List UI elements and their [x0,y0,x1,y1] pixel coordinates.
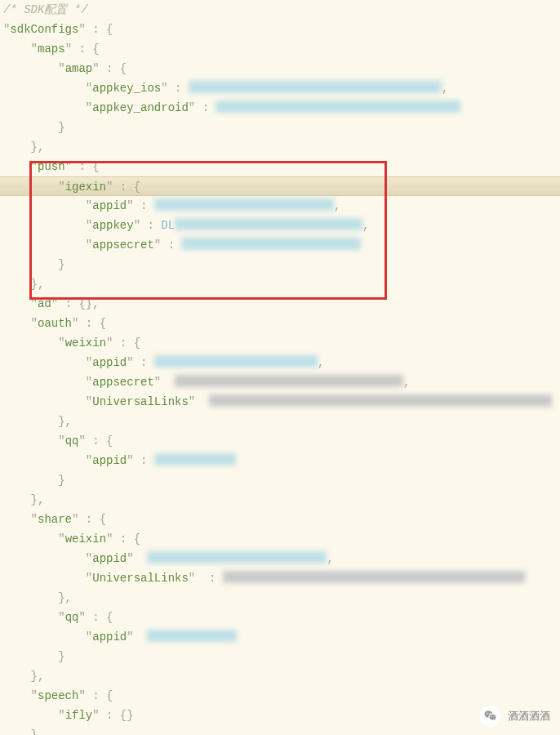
code-line: } [3,725,557,735]
code-line: "qq" : { [3,608,557,627]
code-line: }, [3,274,557,294]
code-line: "UniversalLinks" : [3,568,557,588]
code-line: } [3,118,557,137]
code-line: }, [3,490,557,510]
code-line: "appid" : , [3,353,557,372]
code-line: "UniversalLinks" [3,392,557,412]
wechat-icon [480,706,501,727]
code-line: } [3,647,557,666]
code-line: "ifly" : {} [3,706,557,725]
code-line: } [3,470,557,490]
code-line: "push" : { [3,157,557,176]
code-line: "sdkConfigs" : { [3,20,557,39]
code-block: /* SDK配置 */ "sdkConfigs" : { "maps" : { … [0,0,560,735]
code-line: "speech" : { [3,686,557,706]
code-line: "appkey" : DL, [3,216,557,235]
code-line: "appid" : , [3,196,557,216]
code-line: "weixin" : { [3,529,557,549]
code-line: "share" : { [3,510,557,529]
code-line: "maps" : { [3,39,557,59]
code-line: }, [3,666,557,686]
code-line: }, [3,412,557,431]
watermark: 酒酒酒酒 [480,706,550,727]
code-line: "appid" : [3,451,557,470]
code-line: "appkey_android" : [3,98,557,118]
code-line: "igexin" : { [0,176,560,196]
code-line: "appsecret" , [3,372,557,392]
code-line: "appsecret" : [3,235,557,255]
watermark-text: 酒酒酒酒 [508,706,550,726]
code-line: "appid" , [3,549,557,568]
code-line: "qq" : { [3,431,557,451]
code-line: } [3,255,557,274]
code-line: }, [3,588,557,608]
code-line: "amap" : { [3,59,557,78]
code-line: "appid" [3,627,557,647]
code-line: }, [3,137,557,157]
code-line: "ad" : {}, [3,294,557,314]
comment-line: /* SDK配置 */ [3,0,557,20]
code-line: "appkey_ios" : , [3,78,557,98]
code-line: "oauth" : { [3,314,557,333]
code-line: "weixin" : { [3,333,557,353]
